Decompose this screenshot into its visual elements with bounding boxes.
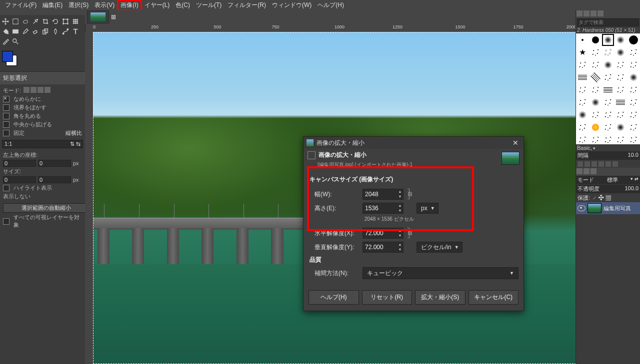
brush-item[interactable] [589,84,601,96]
menu-filters[interactable]: フィルター(R) [224,0,269,10]
tool-warp-icon[interactable] [71,17,80,26]
size-w-field[interactable] [3,176,36,183]
channels-tab-icon[interactable] [584,168,590,174]
pos-unit[interactable]: px [73,160,79,166]
height-down-icon[interactable]: ▼ [397,208,403,213]
tool-zoom-icon[interactable] [11,37,20,46]
all-layers-checkbox[interactable] [3,218,10,225]
close-icon[interactable]: ✕ [510,138,520,148]
brush-item[interactable] [628,134,640,144]
color-swatch[interactable] [2,51,22,68]
link-dims-icon[interactable]: ┐⛓┘ [406,187,414,202]
brush-item[interactable] [589,96,601,108]
width-input[interactable] [363,191,397,198]
mode-add-icon[interactable] [30,87,36,93]
layer-name[interactable]: 編集用写真 [604,205,631,212]
tool-text-icon[interactable] [71,27,80,36]
hres-up-icon[interactable]: ▲ [397,228,403,233]
brush-item[interactable] [614,96,626,108]
layers-tab-icon[interactable] [576,168,582,174]
lock-alpha-icon[interactable]: ▦ [606,195,611,201]
help-button[interactable]: ヘルプ(H) [308,290,359,305]
brush-item[interactable] [589,134,601,144]
lock-pixels-icon[interactable]: ⟋ [592,195,597,201]
brush-item[interactable] [589,121,601,133]
link-res-icon[interactable]: ┐⛓┘ [406,226,414,241]
tool-path-icon[interactable] [61,27,70,36]
brush-item[interactable] [576,121,588,133]
height-input[interactable] [363,205,397,212]
brush-item[interactable] [576,59,588,71]
brush-item[interactable] [614,134,626,144]
tool-gradient-icon[interactable] [11,27,20,36]
blend-mode-value[interactable]: 標準 [607,176,618,184]
menu-tools[interactable]: ツール(T) [193,0,224,10]
brush-item[interactable] [602,59,614,71]
brush-item[interactable] [602,46,614,58]
width-up-icon[interactable]: ▲ [397,189,403,194]
width-down-icon[interactable]: ▼ [397,194,403,199]
brush-item[interactable]: ★ [576,46,588,58]
feather-checkbox[interactable] [3,104,10,111]
paths-tab-icon[interactable] [590,168,596,174]
hres-input[interactable] [363,230,397,237]
auto-shrink-button[interactable]: 選択範囲の自動縮小 [3,203,89,213]
highlight-checkbox[interactable] [3,185,10,191]
reset-button[interactable]: リセット(R) [362,290,412,305]
ratio-field[interactable]: 1:1⇅ ⇆ [2,140,83,148]
brush-item[interactable] [576,109,588,121]
tool-crop-icon[interactable] [41,17,50,26]
brush-item[interactable] [614,59,626,71]
pos-y-field[interactable] [38,160,71,167]
brush-item[interactable] [602,71,614,83]
dialog-titlebar[interactable]: 画像の拡大・縮小 ✕ [304,137,524,149]
tool-free-select-icon[interactable] [21,17,30,26]
brush-item[interactable] [589,71,601,83]
brush-item[interactable] [589,109,601,121]
menu-help[interactable]: ヘルプ(H) [314,0,347,10]
brush-item[interactable] [602,34,614,46]
brush-item[interactable] [576,84,588,96]
mode-replace-icon[interactable] [24,87,30,93]
brush-item[interactable] [628,59,640,71]
menu-layer[interactable]: イヤー(L) [142,0,173,10]
brush-item[interactable] [628,96,640,108]
visibility-icon[interactable] [578,205,586,211]
tool-transform-icon[interactable] [61,17,70,26]
menu-file[interactable]: ファイル(F) [2,0,40,10]
tab-close-icon[interactable]: ⊠ [111,13,116,20]
tool-picker-icon[interactable] [1,37,10,46]
height-up-icon[interactable]: ▲ [397,203,403,208]
brush-item[interactable] [614,109,626,121]
chevron-down-icon[interactable]: ▾ ⇄ [630,176,638,184]
brush-item[interactable] [628,71,640,83]
brush-item[interactable] [614,34,626,46]
brush-item[interactable] [589,59,601,71]
brush-item[interactable] [602,84,614,96]
menu-image[interactable]: 画像(I) [118,0,141,10]
lock-position-icon[interactable]: ✢ [598,195,604,201]
brush-item[interactable] [576,34,588,46]
size-h-field[interactable] [38,176,71,183]
brush-category-dropdown[interactable]: Basic, [577,145,596,151]
history-tab-icon[interactable] [598,10,604,16]
spacing-value[interactable]: 10.0 [628,152,638,159]
brush-item[interactable] [614,46,626,58]
layer-row[interactable]: 編集用写真 [576,202,640,214]
patterns-tab-icon[interactable] [584,10,590,16]
tool-eraser-icon[interactable] [31,27,40,36]
fg-color[interactable] [2,51,13,62]
brush-new-icon[interactable] [584,161,590,167]
brush-item[interactable] [576,71,588,83]
res-unit-dropdown[interactable]: ピクセル/in▼ [416,242,462,253]
brush-edit-icon[interactable] [578,161,583,167]
brush-item[interactable] [589,34,601,46]
brush-item[interactable] [589,46,601,58]
menu-colors[interactable]: 色(C) [172,0,193,10]
brush-item[interactable] [576,134,588,144]
cancel-button[interactable]: キャンセル(C) [468,290,519,305]
pos-x-field[interactable] [3,160,36,167]
opacity-value[interactable]: 100.0 [624,185,638,193]
brushes-tab-icon[interactable] [576,10,582,16]
brush-item[interactable] [602,109,614,121]
